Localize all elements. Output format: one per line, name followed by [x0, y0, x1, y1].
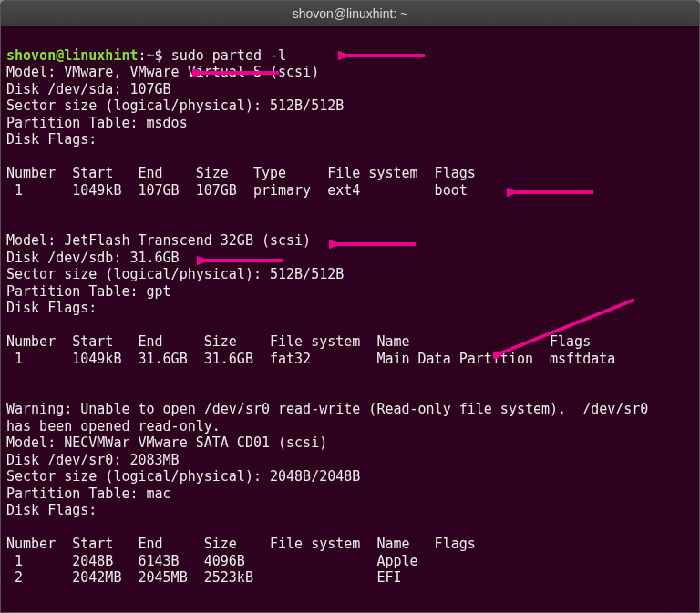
disk3-flags: Disk Flags: — [6, 502, 97, 518]
prompt-dollar: $ — [155, 47, 171, 64]
disk2-sector: Sector size (logical/physical): 512B/512… — [6, 266, 344, 282]
window-title: shovon@linuxhint: ~ — [293, 6, 408, 21]
terminal-viewport[interactable]: shovon@linuxhint:~$ sudo parted -l Model… — [1, 26, 699, 613]
disk2-ptable: Partition Table: gpt — [6, 283, 171, 300]
prompt-line-1: shovon@linuxhint:~$ sudo parted -l — [6, 47, 286, 64]
disk1-model: Model: VMware, VMware Virtual S (scsi) — [6, 64, 319, 80]
disk3-sector: Sector size (logical/physical): 2048B/20… — [6, 468, 360, 485]
warning-text: Warning: Unable to open /dev/sr0 read-wr… — [6, 401, 648, 434]
prompt-path: ~ — [147, 47, 155, 64]
command-text: sudo parted -l — [171, 47, 286, 64]
disk2-model: Model: JetFlash Transcend 32GB (scsi) — [6, 232, 311, 249]
disk2-header: Number Start End Size File system Name F… — [6, 333, 591, 350]
prompt-user-host: shovon@linuxhint — [6, 47, 139, 64]
disk2-row: 1 1049kB 31.6GB 31.6GB fat32 Main Data P… — [6, 351, 615, 367]
titlebar: shovon@linuxhint: ~ — [1, 1, 699, 26]
disk1-header: Number Start End Size Type File system F… — [6, 165, 476, 181]
disk1-ptable: Partition Table: msdos — [6, 115, 188, 131]
disk3-header: Number Start End Size File system Name F… — [6, 536, 476, 552]
disk3-model: Model: NECVMWar VMware SATA CD01 (scsi) — [6, 434, 327, 451]
disk1-disk: Disk /dev/sda: 107GB — [6, 81, 171, 97]
disk3-ptable: Partition Table: mac — [6, 485, 171, 502]
disk1-sector: Sector size (logical/physical): 512B/512… — [6, 97, 344, 114]
disk2-disk: Disk /dev/sdb: 31.6GB — [6, 250, 180, 266]
annotation-arrow — [338, 47, 429, 64]
disk3-disk: Disk /dev/sr0: 2083MB — [6, 452, 180, 468]
prompt-colon: : — [139, 47, 147, 64]
disk2-flags: Disk Flags: — [6, 300, 97, 316]
disk3-row2: 2 2042MB 2045MB 2523kB EFI — [6, 569, 401, 586]
annotation-arrow — [507, 184, 598, 200]
disk3-row1: 1 2048B 6143B 4096B Apple — [6, 553, 418, 569]
annotation-arrow — [329, 236, 420, 252]
disk1-row: 1 1049kB 107GB 107GB primary ext4 boot — [6, 182, 468, 199]
terminal-window: shovon@linuxhint: ~ shovon@linuxhint:~$ … — [0, 0, 700, 613]
disk1-flags: Disk Flags: — [6, 131, 97, 148]
